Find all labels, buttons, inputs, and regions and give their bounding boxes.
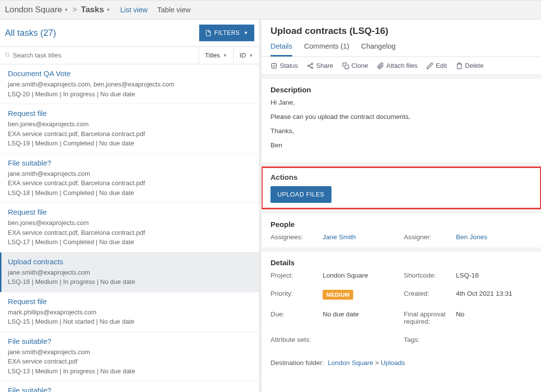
search-input[interactable] — [0, 47, 100, 64]
tool-delete[interactable]: Delete — [456, 62, 484, 69]
description-text: Thanks, — [270, 127, 532, 135]
all-tasks-heading[interactable]: All tasks (27) — [5, 28, 56, 38]
details-heading: Details — [270, 258, 532, 267]
tool-share[interactable]: Share — [307, 62, 333, 69]
task-sub: jane.smith@exaprojects.com, ben.jones@ex… — [8, 80, 251, 89]
clone-icon — [342, 62, 349, 69]
actions-section: Actions UPLOAD FILES — [262, 167, 541, 209]
priority-label: Priority: — [270, 290, 318, 300]
task-item[interactable]: Request filemark.phillips@exaprojects.co… — [0, 292, 259, 332]
breadcrumb-section[interactable]: Tasks▼ — [81, 5, 111, 15]
filters-button[interactable]: FILTERS ▼ — [199, 25, 254, 41]
paperclip-icon — [377, 62, 384, 69]
caret-down-icon: ▼ — [106, 7, 111, 12]
col-titles[interactable]: Titles▼ — [199, 47, 234, 64]
project-label: Project: — [270, 272, 318, 279]
task-title: Request file — [8, 208, 251, 216]
tags-label: Tags: — [404, 336, 451, 343]
tab-details[interactable]: Details — [270, 42, 292, 56]
task-title: Request file — [8, 297, 251, 306]
tool-edit[interactable]: Edit — [426, 62, 447, 69]
task-list-pane: All tasks (27) FILTERS ▼ Titles▼ ID▼ Doc… — [0, 20, 260, 392]
trash-icon — [456, 62, 463, 69]
created-label: Created: — [404, 290, 451, 300]
task-title: Document QA Vote — [8, 69, 251, 78]
caret-down-icon: ▼ — [249, 53, 253, 58]
task-meta: LSQ-19 | Medium | Completed | No due dat… — [8, 139, 251, 148]
breadcrumb-bar: London Square▼ > Tasks▼ List view Table … — [0, 0, 541, 20]
filter-icon — [205, 30, 211, 36]
task-title: File suitable? — [8, 159, 251, 167]
search-icon — [4, 52, 10, 59]
task-item[interactable]: Document QA Votejane.smith@exaprojects.c… — [0, 64, 259, 104]
task-detail-pane: Upload contracts (LSQ-16) Details Commen… — [262, 20, 541, 392]
upload-files-button[interactable]: UPLOAD FILES — [270, 186, 331, 203]
task-sub: EXA service contract.pdf, Barcelona cont… — [8, 178, 251, 188]
final-approval-label: Final approval required: — [404, 310, 451, 325]
svg-rect-2 — [271, 63, 276, 68]
shortcode-label: Shortcode: — [404, 272, 451, 279]
svg-line-7 — [309, 64, 311, 65]
tool-status[interactable]: Status — [270, 62, 298, 69]
view-list[interactable]: List view — [120, 6, 148, 14]
task-sub: EXA service contract.pdf, Barcelona cont… — [8, 129, 251, 139]
assignees-value[interactable]: Jane Smith — [323, 233, 399, 241]
share-icon — [307, 62, 314, 69]
svg-rect-8 — [345, 65, 349, 69]
task-sub: jane.smith@exaprojects.com — [8, 347, 251, 357]
created-value: 4th Oct 2021 13:31 — [456, 290, 532, 300]
task-sub: mark.phillips@exaprojects.com — [8, 308, 251, 317]
task-sub: ben.jones@exaprojects.com — [8, 119, 251, 129]
task-meta: LSQ-13 | Medium | In progress | No due d… — [8, 366, 251, 376]
svg-point-4 — [308, 65, 310, 67]
destination-sep: > — [375, 359, 379, 366]
description-text: Please can you upload the contract docum… — [270, 113, 532, 120]
task-item[interactable]: Request fileben.jones@exaprojects.comEXA… — [0, 203, 259, 252]
task-meta: LSQ-20 | Medium | In progress | No due d… — [8, 89, 251, 99]
final-approval-value: No — [456, 310, 532, 325]
caret-down-icon: ▼ — [244, 30, 248, 35]
task-sub: jane.smith@exaprojects.com — [8, 169, 251, 179]
task-title: File suitable? — [8, 386, 251, 392]
task-item[interactable]: Request fileben.jones@exaprojects.comEXA… — [0, 104, 259, 154]
task-item[interactable]: File suitable?jane.smith@exaprojects.com… — [0, 381, 259, 392]
svg-point-0 — [5, 53, 9, 56]
task-sub: EXA service contract.pdf — [8, 357, 251, 366]
task-title: Request file — [8, 109, 251, 117]
tab-comments[interactable]: Comments (1) — [304, 42, 349, 56]
svg-line-6 — [309, 66, 311, 67]
breadcrumb-project[interactable]: London Square▼ — [5, 5, 68, 15]
task-list[interactable]: Document QA Votejane.smith@exaprojects.c… — [0, 64, 259, 392]
project-value: London Square — [323, 272, 399, 279]
shortcode-value: LSQ-16 — [456, 272, 532, 279]
description-text: Ben — [270, 141, 532, 149]
task-title: Upload contracts — [8, 257, 251, 266]
destination-folder[interactable]: Uploads — [381, 359, 405, 366]
breadcrumb-sep: > — [72, 5, 77, 14]
description-text: Hi Jane, — [270, 99, 532, 106]
task-sub: EXA service contract.pdf, Barcelona cont… — [8, 228, 251, 238]
col-id[interactable]: ID▼ — [234, 47, 259, 64]
task-title: File suitable? — [8, 337, 251, 345]
destination-project[interactable]: London Square — [328, 359, 373, 366]
task-sub: ben.jones@exaprojects.com — [8, 218, 251, 228]
tab-changelog[interactable]: Changelog — [361, 42, 395, 56]
task-item[interactable]: File suitable?jane.smith@exaprojects.com… — [0, 332, 259, 382]
caret-down-icon: ▼ — [64, 7, 68, 12]
due-label: Due: — [270, 310, 318, 325]
assignees-label: Assignees: — [270, 233, 318, 241]
people-heading: People — [270, 220, 532, 228]
tool-attach[interactable]: Attach files — [377, 62, 418, 69]
edit-icon — [426, 62, 433, 69]
status-icon — [270, 62, 277, 69]
tool-clone[interactable]: Clone — [342, 62, 368, 69]
svg-point-5 — [311, 67, 313, 69]
task-item[interactable]: Upload contractsjane.smith@exaprojects.c… — [0, 252, 259, 292]
priority-badge: MEDIUM — [323, 290, 353, 300]
destination-label: Destination folder: — [270, 359, 324, 366]
task-sub: jane.smith@exaprojects.com — [8, 268, 251, 278]
actions-heading: Actions — [270, 173, 532, 181]
assigner-value[interactable]: Ben Jones — [456, 233, 532, 241]
view-table[interactable]: Table view — [157, 6, 191, 14]
task-item[interactable]: File suitable?jane.smith@exaprojects.com… — [0, 154, 259, 203]
